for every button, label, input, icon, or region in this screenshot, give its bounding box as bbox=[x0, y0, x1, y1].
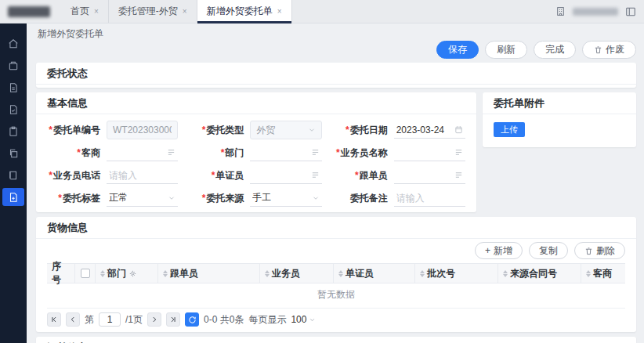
add-label: 新增 bbox=[494, 244, 512, 258]
order-type-input[interactable] bbox=[256, 125, 304, 135]
sort-icon bbox=[420, 270, 425, 277]
per-page-select[interactable]: 100 bbox=[291, 314, 316, 325]
delete-row-button[interactable]: 删除 bbox=[574, 242, 625, 259]
required-mark: * bbox=[346, 125, 349, 135]
field-label: 客商 bbox=[81, 147, 100, 158]
merchandiser-input[interactable] bbox=[396, 170, 451, 181]
sidebar-item-contracts[interactable] bbox=[2, 144, 24, 162]
sidebar-item-home[interactable] bbox=[2, 34, 24, 52]
chevron-down-icon bbox=[309, 316, 316, 323]
tab-home[interactable]: 首页 × bbox=[61, 0, 109, 23]
department-input[interactable] bbox=[252, 147, 307, 158]
page-number-input[interactable] bbox=[99, 312, 121, 327]
breadcrumb: 新增外贸委托单 bbox=[38, 27, 636, 41]
calendar-icon[interactable] bbox=[454, 125, 463, 134]
order-date-input[interactable] bbox=[396, 125, 451, 135]
sidebar-item-orders[interactable] bbox=[2, 122, 24, 140]
sidebar-item-approvals[interactable] bbox=[2, 100, 24, 118]
lookup-icon[interactable] bbox=[311, 148, 320, 157]
status-section: 委托状态 bbox=[36, 63, 636, 88]
salesman-phone-field: *业务员电话 bbox=[47, 166, 178, 185]
username-redacted bbox=[573, 8, 618, 16]
chevron-down-icon[interactable] bbox=[312, 194, 320, 202]
source-field: *委托来源 bbox=[190, 189, 321, 208]
save-button[interactable]: 保存 bbox=[436, 41, 479, 59]
tab-new-foreign-trade-order[interactable]: 新增外贸委托单 × bbox=[197, 0, 292, 23]
orders-title: 订单信息 bbox=[36, 337, 636, 343]
sidebar-item-documents[interactable] bbox=[2, 78, 24, 96]
remark-input[interactable] bbox=[396, 193, 463, 204]
goods-section: 货物信息 + 新增 复制 删除 序号 部门 bbox=[36, 217, 636, 332]
order-no-input[interactable] bbox=[113, 125, 172, 135]
sort-icon bbox=[100, 270, 105, 277]
chevron-down-icon[interactable] bbox=[168, 194, 175, 202]
field-label: 跟单员 bbox=[360, 170, 388, 181]
per-page-value: 100 bbox=[291, 314, 306, 325]
attachments-title: 委托单附件 bbox=[483, 92, 636, 114]
field-label: 委托日期 bbox=[350, 125, 388, 135]
column-doc-clerk[interactable]: 单证员 bbox=[334, 264, 415, 283]
lookup-icon[interactable] bbox=[454, 171, 463, 179]
lookup-icon[interactable] bbox=[167, 148, 175, 157]
void-button[interactable]: 作废 bbox=[582, 41, 636, 59]
per-page-label: 每页显示 bbox=[248, 313, 286, 327]
column-merchandiser[interactable]: 跟单员 bbox=[158, 264, 260, 283]
required-mark: * bbox=[58, 193, 62, 204]
column-department[interactable]: 部门 bbox=[96, 264, 158, 283]
lookup-icon[interactable] bbox=[311, 171, 320, 179]
last-page-button[interactable] bbox=[166, 312, 180, 327]
doc-clerk-input[interactable] bbox=[252, 170, 307, 181]
sidebar-item-dashboard[interactable] bbox=[2, 56, 24, 74]
column-batch-no[interactable]: 批次号 bbox=[415, 264, 498, 283]
column-source-contract-no[interactable]: 来源合同号 bbox=[498, 264, 581, 283]
upload-button[interactable]: 上传 bbox=[494, 122, 525, 137]
close-icon[interactable]: × bbox=[183, 8, 187, 16]
salesman-name-input[interactable] bbox=[396, 147, 451, 158]
select-all-checkbox[interactable] bbox=[81, 269, 90, 278]
column-customer[interactable]: 客商 bbox=[581, 264, 625, 283]
chevron-down-icon[interactable] bbox=[308, 126, 316, 134]
field-label: 委托来源 bbox=[206, 193, 244, 204]
salesman-phone-input[interactable] bbox=[109, 170, 175, 181]
first-page-button[interactable] bbox=[47, 312, 61, 327]
pagination-summary: 0-0 共0条 bbox=[204, 313, 244, 327]
column-index: 序号 bbox=[47, 264, 75, 283]
order-date-field: *委托日期 bbox=[335, 121, 465, 139]
copy-row-button[interactable]: 复制 bbox=[529, 242, 568, 259]
reload-table-button[interactable] bbox=[185, 312, 199, 327]
book-icon bbox=[8, 170, 19, 181]
required-mark: * bbox=[49, 170, 52, 181]
building-icon[interactable] bbox=[555, 6, 566, 16]
column-settings-icon[interactable] bbox=[128, 269, 137, 278]
field-label: 部门 bbox=[225, 147, 244, 158]
required-mark: * bbox=[212, 170, 215, 181]
field-label: 委托标签 bbox=[63, 193, 100, 204]
goods-title: 货物信息 bbox=[36, 217, 636, 239]
tab-label: 新增外贸委托单 bbox=[207, 5, 273, 18]
next-page-button[interactable] bbox=[147, 312, 161, 327]
complete-button[interactable]: 完成 bbox=[534, 41, 576, 59]
new-order-icon bbox=[8, 192, 19, 203]
column-select bbox=[75, 264, 96, 283]
layout-icon[interactable] bbox=[625, 6, 636, 17]
tag-select[interactable] bbox=[109, 193, 165, 204]
sidebar-item-new-commission[interactable] bbox=[2, 188, 24, 206]
goods-table: 序号 部门 跟单员 业务员 单证员 bbox=[47, 263, 625, 309]
add-row-button[interactable]: + 新增 bbox=[475, 242, 523, 259]
close-icon[interactable]: × bbox=[94, 8, 99, 16]
column-salesman[interactable]: 业务员 bbox=[260, 264, 334, 283]
sidebar-item-reports[interactable] bbox=[2, 166, 24, 184]
nav-tabs: 首页 × 委托管理-外贸 × 新增外贸委托单 × bbox=[61, 0, 292, 23]
source-select[interactable] bbox=[252, 193, 308, 204]
customer-input[interactable] bbox=[109, 147, 164, 158]
close-icon[interactable]: × bbox=[277, 8, 282, 16]
tab-label: 首页 bbox=[71, 5, 89, 18]
prev-page-button[interactable] bbox=[66, 312, 80, 327]
basic-info-section: 基本信息 *委托单编号 *委托类型 *委托日期 *客商 bbox=[36, 92, 476, 212]
required-mark: * bbox=[355, 170, 359, 181]
tab-commission-management[interactable]: 委托管理-外贸 × bbox=[109, 0, 197, 23]
salesman-name-field: *业务员名称 bbox=[335, 143, 465, 162]
refresh-button[interactable]: 刷新 bbox=[485, 41, 527, 59]
lookup-icon[interactable] bbox=[454, 148, 463, 157]
plus-icon: + bbox=[485, 245, 490, 256]
